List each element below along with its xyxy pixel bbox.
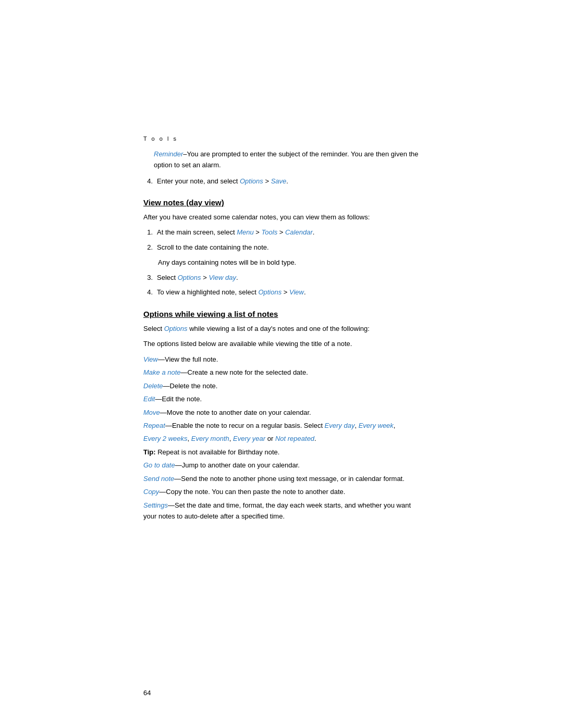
step2-text: Scroll to the date containing the note. xyxy=(157,242,269,253)
page-number: 64 xyxy=(143,689,151,697)
tip-line: Tip: Repeat is not available for Birthda… xyxy=(143,447,420,458)
section1-heading: View notes (day view) xyxy=(143,198,420,207)
reminder-text: Reminder–You are prompted to enter the s… xyxy=(154,149,420,171)
option-repeat-everyweek: Every week xyxy=(359,422,394,429)
step4-save-link: Save xyxy=(271,177,287,185)
option-copy-link: Copy xyxy=(143,488,159,496)
option-repeat-every2weeks: Every 2 weeks xyxy=(143,435,188,442)
step4-num: 4. xyxy=(143,176,153,187)
section2-intro2: The options listed below are available w… xyxy=(143,339,420,350)
step3-num: 3. xyxy=(143,273,153,283)
section1-step4: 4. To view a highlighted note, select Op… xyxy=(143,287,420,298)
option-repeat-everyyear: Every year xyxy=(233,435,265,442)
s1-step4-num: 4. xyxy=(143,287,153,298)
reminder-link: Reminder xyxy=(154,150,183,158)
option-repeat-notrepeated: Not repeated xyxy=(275,435,314,442)
option-gotodate: Go to date—Jump to another date on your … xyxy=(143,460,420,471)
option-repeat: Repeat—Enable the note to recur on a reg… xyxy=(143,420,420,431)
section2-intro1: Select Options while viewing a list of a… xyxy=(143,324,420,335)
s1-step4-options-link: Options xyxy=(258,288,282,296)
section1-indent: Any days containing notes will be in bol… xyxy=(158,257,420,268)
step1-num: 1. xyxy=(143,227,153,238)
option-gotodate-link: Go to date xyxy=(143,461,175,469)
step4-text: Enter your note, and select Options > Sa… xyxy=(157,176,288,187)
option-move: Move—Move the note to another date on yo… xyxy=(143,407,420,418)
option-repeat-line2: Every 2 weeks, Every month, Every year o… xyxy=(143,433,420,444)
option-repeat-everyday: Every day xyxy=(325,422,355,429)
tip-text: Repeat is not available for Birthday not… xyxy=(156,448,280,456)
s1-step4-text: To view a highlighted note, select Optio… xyxy=(157,287,306,298)
step3-viewday-link: View day xyxy=(209,274,236,281)
section-label: T o o l s xyxy=(143,135,420,142)
step4-options-link: Options xyxy=(240,177,263,185)
step4-item: 4. Enter your note, and select Options >… xyxy=(143,176,420,187)
reminder-description: –You are prompted to enter the subject o… xyxy=(154,150,419,169)
step3-options-link: Options xyxy=(178,274,201,281)
option-delete-link: Delete xyxy=(143,382,163,390)
section1-step1: 1. At the main screen, select Menu > Too… xyxy=(143,227,420,238)
section2-options-link: Options xyxy=(164,325,188,332)
tip-bold: Tip: xyxy=(143,448,156,456)
option-view: View—View the full note. xyxy=(143,354,420,365)
option-sendnote-link: Send note xyxy=(143,475,174,483)
option-repeat-link: Repeat xyxy=(143,422,165,429)
step1-calendar-link: Calendar xyxy=(285,228,313,236)
option-copy: Copy—Copy the note. You can then paste t… xyxy=(143,486,420,497)
option-view-link: View xyxy=(143,355,158,363)
reminder-block: Reminder–You are prompted to enter the s… xyxy=(154,149,420,171)
section1-step3: 3. Select Options > View day. xyxy=(143,273,420,283)
option-delete: Delete—Delete the note. xyxy=(143,380,420,391)
section1-step2: 2. Scroll to the date containing the not… xyxy=(143,242,420,253)
option-edit: Edit—Edit the note. xyxy=(143,393,420,404)
section2-heading: Options while viewing a list of notes xyxy=(143,310,420,318)
option-settings-link: Settings xyxy=(143,501,168,509)
option-settings: Settings—Set the date and time, format, … xyxy=(143,500,420,522)
section1-intro: After you have created some calendar not… xyxy=(143,212,420,223)
s1-step4-view-link: View xyxy=(289,288,304,296)
page: T o o l s Reminder–You are prompted to e… xyxy=(0,0,563,728)
option-make-note-link: Make a note xyxy=(143,368,181,376)
option-move-link: Move xyxy=(143,409,160,416)
step1-text: At the main screen, select Menu > Tools … xyxy=(157,227,314,238)
step1-tools-link: Tools xyxy=(262,228,278,236)
step1-menu-link: Menu xyxy=(237,228,254,236)
option-sendnote: Send note—Send the note to another phone… xyxy=(143,473,420,484)
option-repeat-everymonth: Every month xyxy=(191,435,229,442)
option-edit-link: Edit xyxy=(143,395,155,403)
step3-text: Select Options > View day. xyxy=(157,273,238,283)
option-make-note: Make a note—Create a new note for the se… xyxy=(143,367,420,378)
step2-num: 2. xyxy=(143,242,153,253)
